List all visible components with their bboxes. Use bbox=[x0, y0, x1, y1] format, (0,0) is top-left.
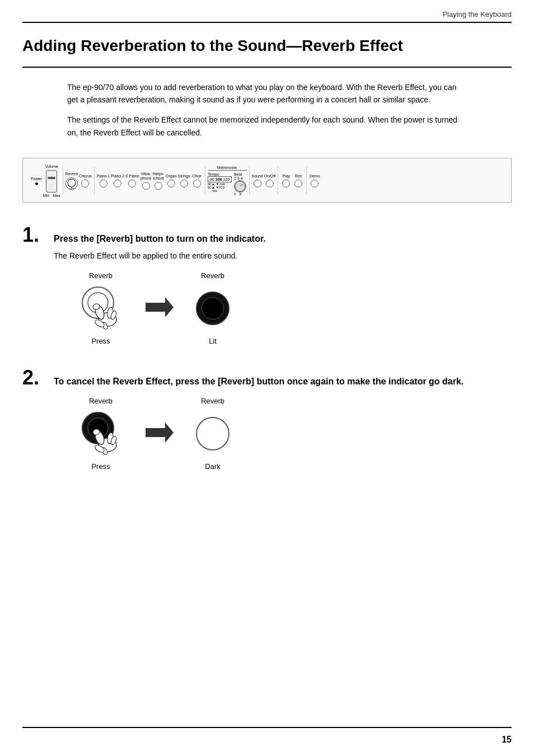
step2-left-bottom: Press bbox=[91, 462, 110, 471]
kb-choir: Choir bbox=[191, 174, 203, 187]
kb-sound: Sound bbox=[252, 174, 263, 187]
step2-header: 2. To cancel the Reverb Effect, press th… bbox=[22, 368, 512, 388]
page-header: Playing the Keyboard bbox=[0, 0, 534, 22]
kb-strings: Strings bbox=[178, 174, 190, 187]
step2-diagram: Reverb Press bbox=[78, 397, 512, 471]
page-number: 15 bbox=[502, 735, 512, 745]
kb-reverb: Reverb bbox=[65, 172, 78, 190]
kb-demo: Demo bbox=[309, 174, 320, 187]
step1-left-bottom: Press bbox=[91, 337, 110, 345]
dark-button bbox=[196, 417, 229, 450]
kb-piano2: Piano 2 bbox=[111, 174, 124, 187]
bottom-rule bbox=[22, 727, 512, 728]
section-label: Playing the Keyboard bbox=[442, 10, 512, 18]
kb-organ: Organ bbox=[166, 174, 177, 187]
svg-point-0 bbox=[68, 179, 76, 187]
kb-epiano: E.Piano bbox=[125, 174, 139, 187]
step1-body: The Reverb Effect will be applied to the… bbox=[54, 250, 512, 262]
step1-header: 1. Press the [Reverb] button to turn on … bbox=[22, 225, 512, 245]
step2-left-label: Reverb bbox=[89, 397, 113, 405]
step1-right-bottom: Lit bbox=[209, 337, 217, 345]
kb-play: Play bbox=[280, 174, 292, 187]
step1-number: 1. bbox=[22, 225, 45, 245]
intro-para2: The settings of the Reverb Effect cannot… bbox=[0, 114, 534, 147]
step2: 2. To cancel the Reverb Effect, press th… bbox=[0, 362, 534, 487]
step1-left-label: Reverb bbox=[89, 271, 113, 280]
kb-volume: Volume MinMax bbox=[43, 165, 60, 198]
title-rule bbox=[22, 67, 512, 68]
intro-para1: The ep-90/70 allows you to add reverbera… bbox=[0, 81, 534, 114]
step2-press-illustration bbox=[78, 408, 123, 459]
step1-diagram: Reverb Press bbox=[78, 271, 512, 345]
step2-left-item: Reverb Press bbox=[78, 397, 123, 471]
step2-right-item: Reverb Dark bbox=[196, 397, 229, 471]
kb-power: Power bbox=[31, 177, 42, 185]
step1: 1. Press the [Reverb] button to turn on … bbox=[0, 214, 534, 361]
keyboard-panel: Power Volume MinMax Reverb bbox=[29, 163, 505, 199]
step1-right-item: Reverb Lit bbox=[196, 271, 229, 345]
kb-onoff: On/Off bbox=[264, 174, 276, 187]
svg-marker-14 bbox=[146, 297, 174, 317]
step1-right-label: Reverb bbox=[201, 271, 224, 280]
kb-chorus: Chorus bbox=[79, 174, 92, 187]
step1-title: Press the [Reverb] button to turn on the… bbox=[54, 234, 266, 244]
lit-button bbox=[196, 292, 229, 325]
kb-rec: Rec bbox=[293, 174, 304, 187]
kb-vibraphone: Vibra- phone bbox=[140, 172, 152, 189]
keyboard-diagram: Power Volume MinMax Reverb bbox=[22, 158, 512, 203]
step2-right-label: Reverb bbox=[201, 397, 224, 405]
step1-arrow bbox=[146, 297, 174, 319]
step1-press-illustration bbox=[78, 283, 123, 334]
step2-number: 2. bbox=[22, 368, 45, 388]
svg-marker-24 bbox=[146, 422, 174, 443]
kb-piano1: Piano 1 bbox=[97, 174, 110, 187]
kb-harpsichord: Harps- ichord bbox=[153, 172, 165, 189]
kb-metronome: Metronome Tempo 90 108 120 80▲▼144 60▲ ▼… bbox=[208, 166, 247, 196]
step2-right-bottom: Dark bbox=[205, 462, 220, 471]
step2-title: To cancel the Reverb Effect, press the [… bbox=[54, 377, 463, 387]
step1-left-item: Reverb Press bbox=[78, 271, 123, 345]
page-title: Adding Reverberation to the Sound—Reverb… bbox=[0, 23, 534, 67]
step2-arrow bbox=[146, 422, 174, 444]
